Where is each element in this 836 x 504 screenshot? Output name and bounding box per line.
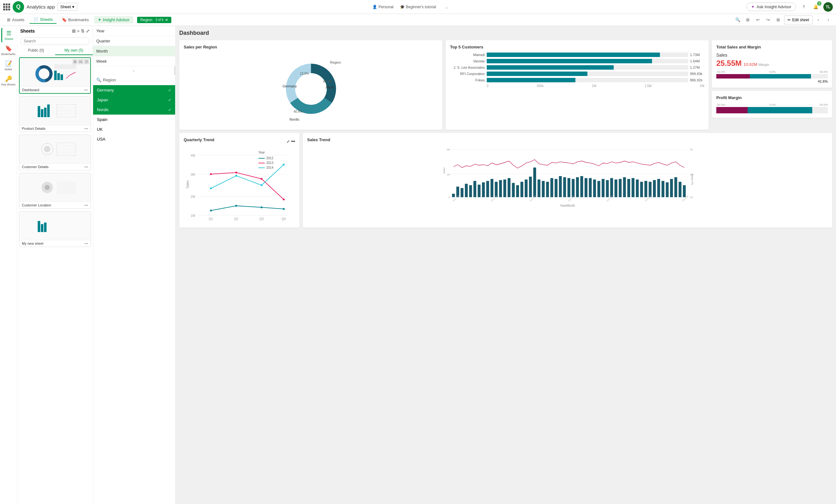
svg-rect-78 (469, 185, 472, 197)
grid-layout-icon[interactable]: ⊞ (774, 16, 783, 24)
sheet-item-product[interactable]: Product Details ••• (19, 96, 91, 132)
svg-rect-91 (525, 179, 528, 197)
total-sales-bar: -50.0% 0.0% 50.0% 41.6% (716, 70, 828, 83)
check-germany: ✓ (168, 88, 171, 93)
sheet-more-location[interactable]: ••• (84, 203, 88, 207)
sheets-tabs: Public (0) My own (5) (17, 46, 93, 55)
region-filter-chip[interactable]: Region 3 of 6 ✕ (137, 17, 171, 23)
sheet-more-new[interactable]: ••• (84, 241, 88, 245)
svg-rect-112 (615, 179, 618, 197)
sheet-item-dashboard[interactable]: ⊞ #1 ⏱ Dashboard (19, 57, 91, 94)
sidebar-item-notes[interactable]: 📝 Notes (1, 58, 16, 73)
public-tab[interactable]: Public (0) (17, 46, 55, 55)
margin-value: 10.62M (743, 62, 757, 67)
region-chip-close-icon[interactable]: ✕ (165, 18, 168, 22)
smart-search-icon[interactable]: 🔍 (734, 16, 742, 24)
svg-rect-122 (658, 179, 660, 197)
filter-week[interactable]: Week (93, 56, 175, 66)
more-options-icon[interactable]: ... (442, 2, 451, 12)
help-icon[interactable]: ? (799, 2, 808, 12)
filter-year[interactable]: Year (93, 26, 175, 36)
sheet-selector[interactable]: Sheet ▾ (57, 3, 77, 11)
location-mini-preview (31, 176, 79, 198)
selections-icon[interactable]: ⊞ (743, 16, 753, 24)
total-sales-card: Total Sales and Margin Sales 25.55M 10.6… (712, 40, 832, 88)
sheets-tab[interactable]: 📄 Sheets (30, 16, 56, 24)
svg-rect-104 (581, 176, 583, 197)
svg-rect-110 (606, 180, 609, 197)
svg-point-52 (283, 198, 285, 200)
bookmarks-tab[interactable]: 🔖 Bookmarks (58, 16, 93, 23)
bar-fill-jslee (487, 65, 614, 70)
insight-advisor-tab[interactable]: ✦ Insight Advisor (94, 16, 134, 23)
svg-rect-89 (516, 185, 519, 197)
personal-link[interactable]: 👤 Personal (373, 5, 393, 9)
sheet-name-dashboard: Dashboard (22, 88, 39, 92)
sidebar-item-bookmarks[interactable]: 🔖 Bookmarks (1, 43, 16, 58)
svg-rect-115 (627, 179, 630, 197)
myown-tab[interactable]: My own (5) (55, 46, 93, 55)
region-item-japan[interactable]: Japan ✓ (93, 95, 175, 105)
svg-rect-109 (602, 179, 605, 197)
grid-view-icon[interactable]: ⊞ (72, 28, 76, 34)
sheet-icon-clock: ⏱ (84, 59, 89, 64)
top5-bar-chart: Matradi 1.73M Vanstar 1.64M (450, 53, 704, 82)
apps-grid-icon[interactable] (3, 3, 10, 11)
bar-fill-fokas (487, 78, 575, 82)
profit-margin-title: Profit Margin (716, 95, 828, 100)
panel-collapse-handle[interactable]: ‹ (93, 66, 175, 75)
svg-text:2M: 2M (191, 195, 195, 198)
sheet-more-customer[interactable]: ••• (84, 165, 88, 169)
expand-icon[interactable]: ⤢ (86, 28, 90, 34)
date-filters: Year Quarter Month Week (93, 26, 175, 66)
sidebar-item-sheets[interactable]: ☰ Sheets (1, 28, 16, 42)
bar-fill-vanstar (487, 59, 652, 63)
bar-row-vanstar: Vanstar 1.64M (450, 59, 704, 63)
svg-text:Margin (%): Margin (%) (691, 174, 694, 185)
sheets-search (17, 36, 93, 46)
ask-insight-advisor-button[interactable]: ✦ Ask Insight Advisor (746, 2, 796, 11)
sheet-footer-product: Product Details ••• (19, 125, 91, 132)
region-item-nordic[interactable]: Nordic ✓ (93, 105, 175, 115)
redo-icon[interactable]: ↪ (764, 16, 773, 24)
customer-name-fokas: Fokas (450, 78, 485, 82)
user-avatar[interactable]: TL (823, 2, 833, 12)
svg-text:Q4: Q4 (282, 217, 286, 221)
undo-icon[interactable]: ↩ (754, 16, 762, 24)
collapse-nav-icon[interactable]: ‹ (814, 16, 823, 24)
svg-rect-124 (666, 182, 669, 197)
filter-month[interactable]: Month (93, 46, 175, 56)
sales-trend-chart: 2M 1M 0 50 40 30 (307, 145, 828, 202)
sidebar-notes-label: Notes (5, 68, 12, 71)
svg-rect-106 (589, 178, 592, 197)
svg-text:Sales: Sales (443, 168, 445, 174)
region-item-spain[interactable]: Spain (93, 115, 175, 124)
region-item-usa[interactable]: USA (93, 134, 175, 144)
svg-rect-74 (452, 194, 455, 197)
region-item-germany[interactable]: Germany ✓ (93, 85, 175, 95)
sidebar-item-keydriver[interactable]: 🔑 Key drivers (1, 74, 16, 88)
region-item-uk[interactable]: UK (93, 124, 175, 134)
sheets-panel: Sheets ⊞ ≡ ⇅ ⤢ Public (0) My own (5) ⊞ #… (17, 26, 93, 504)
sort-icon[interactable]: ⇅ (81, 28, 84, 34)
list-view-icon[interactable]: ≡ (77, 28, 79, 34)
bar-neg-segment (716, 74, 750, 78)
filter-quarter[interactable]: Quarter (93, 36, 175, 46)
sheet-item-customer[interactable]: Customer Details ••• (19, 135, 91, 170)
sheet-more-dashboard[interactable]: ••• (84, 88, 88, 92)
tutorial-link[interactable]: 🎓 Beginner's tutorial (400, 5, 436, 9)
svg-rect-119 (644, 181, 647, 197)
more-trend-icon[interactable]: ••• (291, 139, 295, 144)
svg-rect-105 (585, 178, 587, 197)
expand-nav-icon[interactable]: › (824, 16, 833, 24)
quarterly-trend-title: Quarterly Trend (184, 137, 214, 142)
assets-tab[interactable]: ⊞ Assets (3, 16, 28, 23)
edit-sheet-button[interactable]: ✏ Edit sheet (784, 16, 813, 24)
sheet-more-product[interactable]: ••• (84, 127, 88, 131)
expand-trend-icon[interactable]: ⤢ (287, 139, 290, 144)
sheets-search-input[interactable] (20, 37, 90, 45)
sheet-item-location[interactable]: Customer Location ••• (19, 173, 91, 209)
notifications-icon[interactable]: 🔔 3 (811, 2, 820, 12)
svg-rect-77 (465, 184, 468, 197)
sheet-item-new[interactable]: My new sheet ••• (19, 211, 91, 247)
